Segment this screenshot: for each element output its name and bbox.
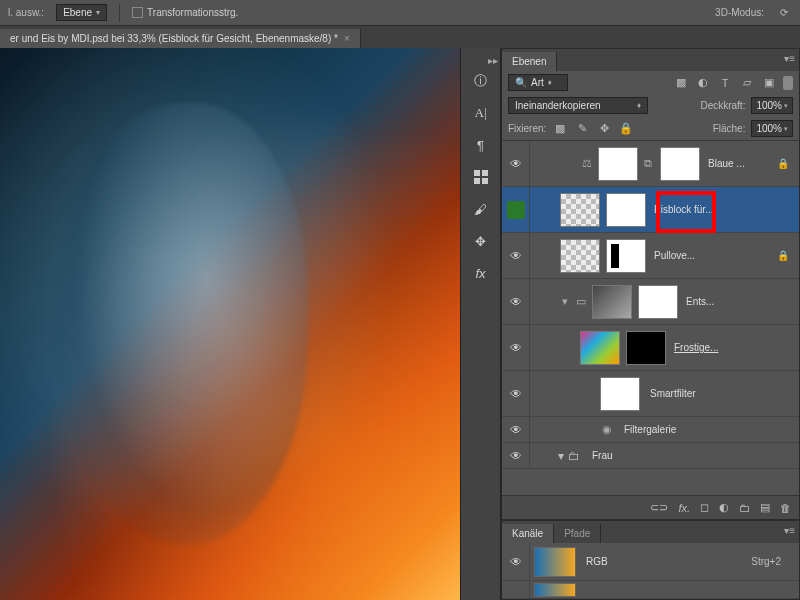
collapse-icon[interactable]: ▸▸: [488, 55, 498, 66]
layer-mask-thumb[interactable]: [638, 285, 678, 319]
layer-thumb[interactable]: [592, 285, 632, 319]
layer-mask-thumb[interactable]: [606, 239, 646, 273]
filter-pixel-icon[interactable]: ▩: [673, 75, 689, 91]
chevron-icon[interactable]: ▾: [562, 295, 568, 308]
layer-mask-thumb[interactable]: [606, 193, 646, 227]
smart-icon: ▭: [576, 295, 586, 308]
filter-adjust-icon[interactable]: ◐: [695, 75, 711, 91]
channels-menu-icon[interactable]: ▾≡: [784, 525, 795, 536]
filter-kind-dd[interactable]: 🔍 Art♦: [508, 74, 568, 91]
layer-mask-thumb[interactable]: [626, 331, 666, 365]
tab-pfade[interactable]: Pfade: [554, 524, 601, 543]
opacity-label: Deckkraft:: [700, 100, 745, 111]
layer-mask-thumb[interactable]: [660, 147, 700, 181]
layer-filter-row: 🔍 Art♦ ▩ ◐ T ▱ ▣: [502, 71, 799, 94]
chevron-down-icon[interactable]: ▾: [558, 449, 564, 463]
layer-name[interactable]: Frau: [592, 450, 799, 461]
trash-icon[interactable]: 🗑: [780, 502, 791, 514]
layer-row[interactable]: 👁◉Filtergalerie: [502, 417, 799, 443]
mask-icon[interactable]: ◻: [700, 501, 709, 514]
channel-row[interactable]: [502, 581, 799, 599]
lock-paint-icon[interactable]: ✎: [574, 121, 590, 137]
svg-rect-1: [482, 170, 488, 176]
document-tabs: er und Eis by MDI.psd bei 33,3% (Eisbloc…: [0, 26, 800, 48]
visibility-icon[interactable]: 👁: [502, 141, 530, 186]
fill-input[interactable]: 100%▾: [751, 120, 793, 137]
panel-menu-icon[interactable]: ▾≡: [784, 53, 795, 64]
layer-thumb[interactable]: [600, 377, 640, 411]
opt-layer-dd[interactable]: Ebene▾: [56, 4, 107, 21]
layer-row[interactable]: 👁Frostige...: [502, 325, 799, 371]
opt-transform-controls[interactable]: Transformationsstrg.: [132, 7, 238, 19]
styles-icon[interactable]: fx: [470, 264, 492, 282]
opacity-input[interactable]: 100%▾: [751, 97, 793, 114]
layer-row[interactable]: Eisblock für...: [502, 187, 799, 233]
visibility-icon[interactable]: 👁: [502, 279, 530, 324]
clone-source-icon[interactable]: ✥: [470, 232, 492, 250]
group-icon[interactable]: 🗀: [739, 502, 750, 514]
new-layer-icon[interactable]: ▤: [760, 501, 770, 514]
channel-name: RGB: [586, 556, 751, 567]
lock-trans-icon[interactable]: ▩: [552, 121, 568, 137]
character-icon[interactable]: A|: [470, 104, 492, 122]
layer-name[interactable]: Smartfilter: [650, 388, 799, 399]
visibility-icon[interactable]: 👁: [502, 233, 530, 278]
tab-ebenen[interactable]: Ebenen: [502, 52, 557, 71]
svg-rect-3: [482, 178, 488, 184]
layer-thumb[interactable]: [560, 193, 600, 227]
lock-all-icon[interactable]: 🔒: [618, 121, 634, 137]
layer-name[interactable]: Filtergalerie: [624, 424, 799, 435]
layer-name[interactable]: Eisblock für...: [654, 204, 799, 215]
layer-row[interactable]: 👁▾🗀Frau: [502, 443, 799, 469]
tab-kanaele[interactable]: Kanäle: [502, 524, 554, 543]
balance-icon: ⚖: [582, 157, 592, 170]
blend-mode-dd[interactable]: Ineinanderkopieren♦: [508, 97, 648, 114]
visibility-icon[interactable]: 👁: [502, 443, 530, 468]
document-tab[interactable]: er und Eis by MDI.psd bei 33,3% (Eisbloc…: [0, 29, 361, 48]
fx-icon[interactable]: fx.: [678, 502, 690, 514]
layer-name[interactable]: Pullove...: [654, 250, 777, 261]
collapsed-dock: ⓘ A| ¶ 🖌 ✥ fx: [460, 48, 500, 600]
fill-label: Fläche:: [713, 123, 746, 134]
canvas[interactable]: [0, 48, 460, 600]
visibility-icon[interactable]: 👁: [502, 325, 530, 370]
channel-thumb[interactable]: [534, 583, 576, 597]
layer-thumb[interactable]: [580, 331, 620, 365]
layer-thumb[interactable]: [560, 239, 600, 273]
panel-stack: ▸▸ Ebenen ▾≡ 🔍 Art♦ ▩ ◐ T ▱ ▣ Ineinander…: [500, 48, 800, 600]
visibility-icon[interactable]: 👁: [502, 417, 530, 442]
layer-name[interactable]: Ents...: [686, 296, 799, 307]
channel-row[interactable]: 👁RGBStrg+2: [502, 543, 799, 581]
orbit-icon[interactable]: ⟳: [776, 5, 792, 21]
layer-name[interactable]: Blaue ...: [708, 158, 777, 169]
brush-icon[interactable]: 🖌: [470, 200, 492, 218]
layer-row[interactable]: 👁⚖⧉Blaue ...🔒: [502, 141, 799, 187]
visibility-icon[interactable]: [502, 187, 530, 232]
toggle-icon[interactable]: ◉: [602, 423, 612, 436]
filter-type-icon[interactable]: T: [717, 75, 733, 91]
info-icon[interactable]: ⓘ: [470, 72, 492, 90]
lock-pos-icon[interactable]: ✥: [596, 121, 612, 137]
opt-3d-label: 3D-Modus:: [715, 7, 764, 18]
layer-row[interactable]: 👁Pullove...🔒: [502, 233, 799, 279]
layer-row[interactable]: 👁▾▭Ents...: [502, 279, 799, 325]
layer-thumb[interactable]: [598, 147, 638, 181]
layers-list[interactable]: 👁⚖⧉Blaue ...🔒Eisblock für...👁Pullove...🔒…: [502, 140, 799, 495]
paragraph-icon[interactable]: ¶: [470, 136, 492, 154]
close-icon[interactable]: ×: [344, 33, 350, 44]
link-layers-icon[interactable]: ⊂⊃: [650, 501, 668, 514]
swatches-icon[interactable]: [470, 168, 492, 186]
link-icon[interactable]: ⧉: [644, 157, 652, 170]
channel-thumb[interactable]: [534, 547, 576, 577]
adjustment-icon[interactable]: ◐: [719, 501, 729, 514]
filter-smart-icon[interactable]: ▣: [761, 75, 777, 91]
filter-toggle[interactable]: [783, 76, 793, 90]
visibility-icon[interactable]: 👁: [502, 543, 530, 580]
document-title: er und Eis by MDI.psd bei 33,3% (Eisbloc…: [10, 33, 338, 44]
layers-panel-tabs: ▸▸ Ebenen ▾≡: [502, 49, 799, 71]
visibility-icon[interactable]: 👁: [502, 371, 530, 416]
layer-name[interactable]: Frostige...: [674, 342, 799, 353]
folder-icon: 🗀: [568, 449, 580, 463]
filter-shape-icon[interactable]: ▱: [739, 75, 755, 91]
layer-row[interactable]: 👁Smartfilter: [502, 371, 799, 417]
